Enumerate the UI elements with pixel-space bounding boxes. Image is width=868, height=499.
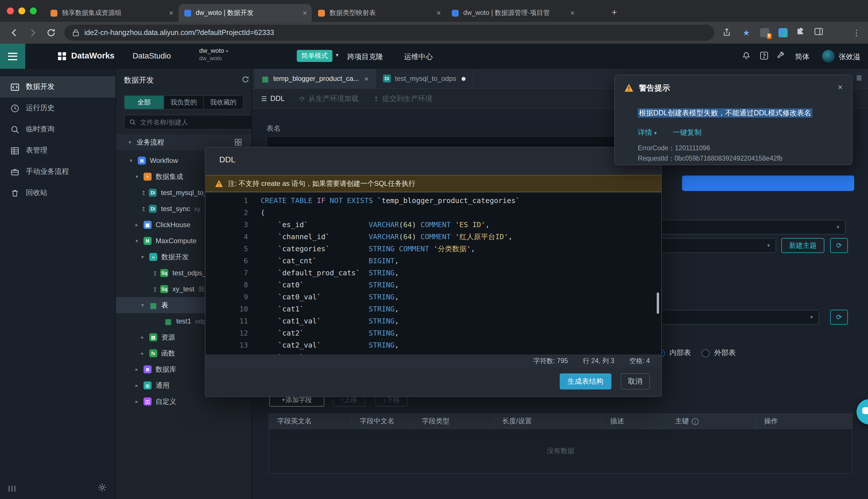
- chevron-right-icon[interactable]: ▸: [135, 222, 143, 228]
- toast-title: 警告提示: [639, 83, 670, 94]
- sidebar-item-table-list[interactable]: 表管理: [0, 140, 115, 161]
- chevron-right-icon[interactable]: ▸: [135, 382, 143, 388]
- detail-link[interactable]: 详情 ▾: [638, 128, 657, 138]
- cursor-position: 行 24, 列 3: [583, 356, 614, 365]
- toast-close-icon[interactable]: ×: [837, 82, 843, 92]
- browser-tab[interactable]: 数据类型映射表×: [312, 4, 445, 22]
- new-theme-button[interactable]: 新建主题: [781, 238, 824, 253]
- chevron-down-icon: ▾: [767, 243, 770, 248]
- chevron-down-icon[interactable]: ▾: [135, 238, 143, 244]
- browser-tab[interactable]: 独享数据集成资源组×: [45, 4, 178, 22]
- chevron-right-icon[interactable]: ▸: [135, 366, 143, 372]
- zoom-window-button[interactable]: [30, 8, 37, 14]
- project-selector[interactable]: dw_woto ▾ dw_woto: [199, 47, 228, 62]
- product-name[interactable]: DataStudio: [133, 52, 171, 60]
- user-avatar[interactable]: [822, 50, 835, 62]
- ddl-menu-button[interactable]: ☰DDL: [261, 95, 285, 103]
- bookmark-star-icon[interactable]: ★: [740, 27, 752, 38]
- extension-badge: 9: [767, 33, 772, 39]
- collapse-grip-icon[interactable]: [8, 485, 16, 492]
- line-number: 14: [205, 351, 248, 354]
- browser-tab[interactable]: dw_woto | 数据开发×: [179, 4, 312, 22]
- warning-toast: 警告提示 × 根据DDL创建表模型失败，不能通过DDL模式修改表名 详情 ▾ 一…: [614, 75, 853, 165]
- mode-badge[interactable]: 简单模式: [297, 50, 332, 62]
- ddl-code-editor[interactable]: 1CREATE TABLE IF NOT EXISTS `temp_blogge…: [205, 193, 661, 354]
- minimize-window-button[interactable]: [19, 8, 25, 14]
- tab-close-icon[interactable]: ×: [303, 9, 307, 17]
- code-scrollbar-thumb[interactable]: [657, 293, 659, 314]
- filter-tab[interactable]: 全部: [124, 96, 164, 109]
- user-name[interactable]: 张效溢: [839, 52, 860, 62]
- help-icon[interactable]: [760, 51, 770, 61]
- tab-list-icon[interactable]: ≣: [856, 73, 862, 82]
- sidebar-item-clock[interactable]: 运行历史: [0, 98, 115, 119]
- briefcase-icon: [10, 167, 20, 177]
- extension-icon[interactable]: 9: [759, 27, 770, 38]
- filter-tab[interactable]: 我收藏的: [204, 96, 243, 109]
- chevron-down-icon[interactable]: ▾: [135, 174, 143, 180]
- extensions-puzzle-icon[interactable]: [796, 27, 807, 38]
- tab-close-icon[interactable]: ×: [570, 9, 575, 17]
- chevron-down-icon[interactable]: ▾: [141, 254, 149, 260]
- cancel-button[interactable]: 取消: [621, 373, 650, 389]
- radio-external-table[interactable]: 外部表: [702, 348, 736, 358]
- close-tab-icon[interactable]: ×: [364, 74, 369, 83]
- explorer-search-input[interactable]: 文件名称/创建人: [124, 115, 252, 130]
- refresh-level-button[interactable]: ⟳: [830, 310, 848, 325]
- extension-icon-2[interactable]: [777, 27, 789, 38]
- notification-bell-icon[interactable]: [742, 51, 752, 61]
- sidebar-item-code-window[interactable]: 数据开发: [0, 76, 115, 98]
- main-menu-icon[interactable]: [0, 44, 25, 69]
- chevron-right-icon[interactable]: ▸: [141, 351, 149, 356]
- explorer-filter-tabs: 全部我负责的我收藏的: [124, 95, 243, 110]
- filter-tab[interactable]: 我负责的: [164, 96, 204, 109]
- nav-cross-project-clone[interactable]: 跨项目克隆: [347, 52, 383, 62]
- new-tab-button[interactable]: +: [607, 6, 621, 20]
- code-line: 4 `channel_id` VARCHAR(64) COMMENT '红人原平…: [205, 231, 661, 243]
- settings-gear-icon[interactable]: [98, 483, 107, 492]
- code-line: 8 `cat0` STRING,: [205, 279, 661, 291]
- chevron-right-icon[interactable]: ▸: [135, 399, 143, 404]
- chevron-right-icon[interactable]: ▸: [141, 334, 149, 340]
- forward-button[interactable]: [27, 27, 38, 38]
- editor-tab[interactable]: Ditest_mysql_to_odps: [376, 69, 473, 88]
- tab-favicon-icon: [318, 10, 325, 16]
- tab-close-icon[interactable]: ×: [169, 9, 174, 17]
- grid-view-icon[interactable]: [234, 138, 242, 146]
- share-icon[interactable]: [722, 27, 734, 38]
- table-icon: ▦: [164, 317, 172, 325]
- browser-menu-icon[interactable]: ⋮: [851, 27, 862, 38]
- browser-tab[interactable]: dw_woto | 数据源管理·项目管×: [446, 4, 579, 22]
- back-button[interactable]: [9, 27, 20, 38]
- primary-action-partial[interactable]: [682, 175, 854, 191]
- editor-tab[interactable]: ▦temp_blogger_product_ca...×: [254, 69, 376, 88]
- clock-icon: [10, 104, 20, 113]
- close-window-button[interactable]: [7, 8, 14, 14]
- refresh-icon[interactable]: [241, 75, 250, 84]
- generate-structure-button[interactable]: 生成表结构: [559, 373, 611, 389]
- chevron-down-icon[interactable]: ▾: [141, 302, 149, 308]
- info-icon[interactable]: i: [692, 418, 699, 425]
- chevron-down-icon[interactable]: ▾: [130, 158, 138, 163]
- refresh-theme-button[interactable]: ⟳: [830, 238, 848, 253]
- tab-close-icon[interactable]: ×: [437, 9, 441, 17]
- side-panel-icon[interactable]: [814, 27, 825, 38]
- column-header: 字段中文名: [351, 414, 413, 428]
- nav-ops-center[interactable]: 运维中心: [404, 52, 433, 62]
- code-line: 9 `cat0_val` STRING,: [205, 291, 661, 303]
- copy-link[interactable]: 一键复制: [673, 128, 702, 138]
- browser-tabstrip: 独享数据集成资源组×dw_woto | 数据开发×数据类型映射表×dw_woto…: [0, 0, 868, 22]
- sidebar-item-briefcase[interactable]: 手动业务流程: [0, 161, 115, 182]
- di-icon: Di: [149, 189, 157, 197]
- url-bar[interactable]: ide2-cn-hangzhou.data.aliyun.com/?defaul…: [64, 25, 714, 41]
- language-toggle[interactable]: 简体: [795, 52, 809, 62]
- chevron-down-icon[interactable]: ▾: [129, 139, 136, 145]
- lock-icon: [72, 29, 79, 37]
- browser-profile-avatar[interactable]: [831, 27, 843, 38]
- tools-wrench-icon[interactable]: [776, 51, 786, 61]
- mode-caret-icon[interactable]: ▾: [336, 52, 338, 58]
- reload-button[interactable]: [46, 27, 56, 38]
- sidebar-item-search[interactable]: 临时查询: [0, 119, 115, 140]
- sidebar-item-trash[interactable]: 回收站: [0, 182, 115, 204]
- table-list-icon: [10, 146, 20, 155]
